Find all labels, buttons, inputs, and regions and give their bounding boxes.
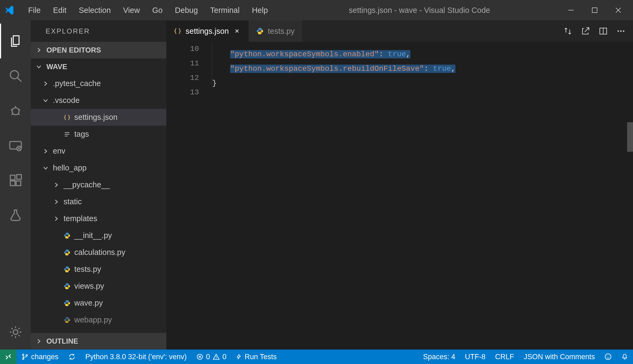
sync-icon bbox=[68, 353, 76, 361]
svg-rect-1 bbox=[592, 8, 597, 13]
tree-folder[interactable]: .vscode bbox=[31, 92, 166, 109]
lines-icon bbox=[64, 131, 71, 138]
chevron-right-icon bbox=[42, 81, 50, 87]
run-tests-label: Run Tests bbox=[245, 353, 277, 361]
tree-file[interactable]: tags bbox=[31, 126, 166, 143]
remote-indicator[interactable] bbox=[0, 350, 17, 364]
close-button[interactable] bbox=[613, 5, 624, 16]
eol[interactable]: CRLF bbox=[490, 350, 519, 364]
sync-button[interactable] bbox=[63, 350, 80, 364]
svg-point-4 bbox=[10, 71, 18, 79]
indentation[interactable]: Spaces: 4 bbox=[418, 350, 460, 364]
tree-folder[interactable]: __pycache__ bbox=[31, 176, 166, 193]
language-mode[interactable]: JSON with Comments bbox=[519, 350, 600, 364]
warning-icon bbox=[213, 353, 220, 360]
tree-file[interactable]: tests.py bbox=[31, 261, 166, 278]
section-workspace[interactable]: WAVE bbox=[31, 58, 166, 75]
activity-explorer[interactable] bbox=[0, 24, 31, 58]
code-editor[interactable]: 10 11 12 13 "python.workspaceSymbols.ena… bbox=[166, 42, 633, 350]
svg-rect-18 bbox=[16, 181, 21, 185]
tree-label: webapp.py bbox=[74, 315, 112, 324]
chevron-right-icon bbox=[52, 216, 60, 222]
python-icon bbox=[256, 27, 264, 35]
activity-extensions[interactable] bbox=[0, 163, 31, 198]
section-outline[interactable]: OUTLINE bbox=[31, 333, 166, 350]
menu-terminal[interactable]: Terminal bbox=[205, 4, 245, 16]
feedback-icon[interactable] bbox=[600, 350, 616, 364]
svg-point-39 bbox=[609, 356, 609, 356]
scrollbar-thumb[interactable] bbox=[627, 122, 633, 152]
editor-area: settings.json × tests.py 10 11 12 13 bbox=[166, 20, 633, 350]
tree-file[interactable]: wave.py bbox=[31, 295, 166, 311]
menu-view[interactable]: View bbox=[118, 4, 145, 16]
maximize-button[interactable] bbox=[589, 5, 600, 16]
error-count: 0 bbox=[206, 353, 210, 361]
open-changes-icon[interactable] bbox=[581, 27, 590, 36]
py-icon bbox=[64, 300, 71, 307]
tree-label: env bbox=[53, 147, 65, 155]
menu-go[interactable]: Go bbox=[147, 4, 168, 16]
minimize-button[interactable] bbox=[566, 5, 576, 16]
svg-point-30 bbox=[23, 358, 24, 359]
branch-name: changes bbox=[31, 353, 58, 361]
compare-changes-icon[interactable] bbox=[563, 27, 572, 36]
code-content[interactable]: "python.workspaceSymbols.enabled": true,… bbox=[212, 42, 633, 350]
window-title: settings.json - wave - Visual Studio Cod… bbox=[273, 6, 566, 15]
zap-icon bbox=[236, 353, 242, 360]
menu-file[interactable]: File bbox=[23, 4, 46, 16]
code-key: "python.workspaceSymbols.rebuildOnFileSa… bbox=[230, 65, 424, 73]
svg-point-20 bbox=[13, 330, 18, 334]
tree-folder[interactable]: static bbox=[31, 193, 166, 210]
menu-help[interactable]: Help bbox=[246, 4, 273, 16]
tree-folder[interactable]: templates bbox=[31, 210, 166, 227]
svg-point-37 bbox=[605, 354, 611, 360]
svg-point-28 bbox=[623, 30, 624, 32]
tab-bar: settings.json × tests.py bbox=[166, 20, 633, 42]
tree-file[interactable]: webapp.py bbox=[31, 311, 166, 328]
tab-close-icon[interactable]: × bbox=[233, 27, 241, 35]
line-number: 12 bbox=[166, 71, 199, 85]
section-label: OUTLINE bbox=[46, 337, 78, 346]
tree-file[interactable]: calculations.py bbox=[31, 244, 166, 261]
chevron-right-icon bbox=[52, 199, 60, 205]
py-icon bbox=[64, 232, 71, 239]
tree-label: __pycache__ bbox=[64, 180, 110, 189]
json-icon bbox=[174, 27, 181, 35]
explorer-sidebar: EXPLORER OPEN EDITORS WAVE .pytest_cache… bbox=[31, 20, 166, 350]
tree-file[interactable]: __init__.py bbox=[31, 227, 166, 244]
tree-folder[interactable]: env bbox=[31, 143, 166, 159]
git-branch[interactable]: changes bbox=[17, 350, 63, 364]
branch-icon bbox=[21, 353, 28, 360]
problems-indicator[interactable]: 0 0 bbox=[192, 350, 231, 364]
activity-remote[interactable] bbox=[0, 128, 31, 163]
menu-edit[interactable]: Edit bbox=[48, 4, 72, 16]
menu-selection[interactable]: Selection bbox=[73, 4, 116, 16]
run-tests[interactable]: Run Tests bbox=[231, 350, 282, 364]
menu-debug[interactable]: Debug bbox=[170, 4, 203, 16]
tree-label: wave.py bbox=[74, 299, 103, 307]
activity-settings[interactable] bbox=[0, 315, 31, 350]
notifications-icon[interactable] bbox=[616, 350, 633, 364]
activity-debug[interactable] bbox=[0, 93, 31, 128]
json-icon bbox=[64, 114, 71, 121]
tab-label: tests.py bbox=[268, 27, 295, 36]
tree-folder[interactable]: .pytest_cache bbox=[31, 75, 166, 92]
title-bar: File Edit Selection View Go Debug Termin… bbox=[0, 0, 633, 20]
encoding[interactable]: UTF-8 bbox=[460, 350, 490, 364]
split-editor-icon[interactable] bbox=[599, 27, 608, 36]
section-open-editors[interactable]: OPEN EDITORS bbox=[31, 42, 166, 58]
more-actions-icon[interactable] bbox=[616, 27, 625, 36]
tree-file[interactable]: settings.json bbox=[31, 109, 166, 126]
py-icon bbox=[64, 266, 71, 273]
code-value: true bbox=[433, 65, 451, 73]
activity-testing[interactable] bbox=[0, 198, 31, 233]
section-label: WAVE bbox=[46, 63, 67, 71]
tree-file[interactable]: views.py bbox=[31, 278, 166, 295]
svg-line-9 bbox=[18, 110, 20, 110]
python-interpreter[interactable]: Python 3.8.0 32-bit ('env': venv) bbox=[80, 350, 192, 364]
tab-settings-json[interactable]: settings.json × bbox=[166, 20, 249, 42]
tree-folder[interactable]: hello_app bbox=[31, 159, 166, 176]
tab-tests-py[interactable]: tests.py bbox=[249, 20, 303, 42]
py-icon bbox=[64, 249, 71, 256]
activity-search[interactable] bbox=[0, 58, 31, 93]
